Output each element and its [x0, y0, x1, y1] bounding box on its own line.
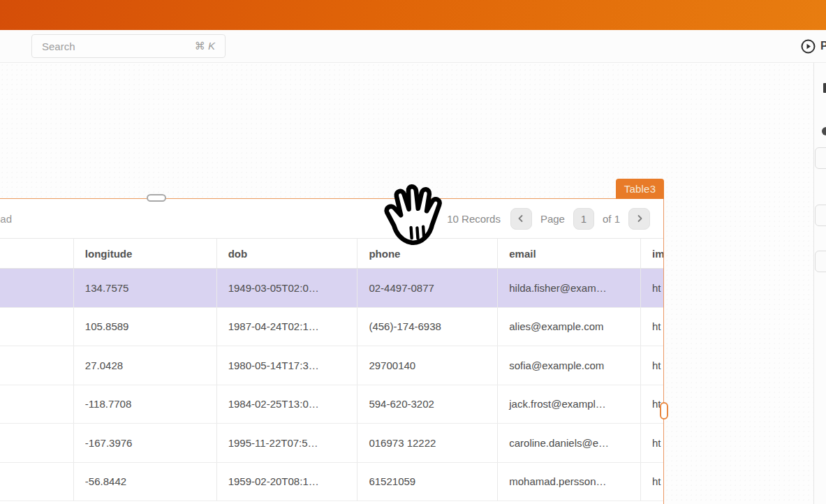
table-row[interactable]: -118.77081984-02-25T13:0…594-620-3202jac…: [0, 385, 663, 424]
table-cell[interactable]: [0, 385, 73, 424]
panel-heading-fragment: [823, 83, 826, 93]
column-header[interactable]: phone: [357, 239, 497, 268]
table-cell[interactable]: 1949-03-05T02:0…: [216, 269, 357, 307]
table-cell[interactable]: alies@example.com: [497, 308, 640, 346]
search-shortcut: ⌘ K: [195, 40, 215, 52]
play-circle-icon: [801, 39, 816, 54]
search-input[interactable]: [42, 40, 195, 52]
table-cell[interactable]: 61521059: [357, 463, 497, 501]
table-widget[interactable]: Table3 oad 10 Records Page of 1 longitud…: [0, 198, 664, 504]
table-cell[interactable]: ht: [640, 463, 663, 501]
table-cell[interactable]: ht: [640, 346, 663, 385]
preview-label-fragment: P: [820, 40, 826, 52]
table-cell[interactable]: [0, 424, 73, 462]
chevron-left-icon: [517, 214, 525, 223]
table-cell[interactable]: ht: [640, 308, 663, 346]
table-cell[interactable]: -167.3976: [73, 424, 216, 462]
table-cell[interactable]: caroline.daniels@e…: [497, 424, 640, 462]
table-row[interactable]: 27.04281980-05-14T17:3…29700140sofia@exa…: [0, 346, 663, 385]
table-cell[interactable]: 1980-05-14T17:3…: [216, 346, 357, 385]
column-header[interactable]: [0, 239, 73, 268]
table-title-fragment: oad: [0, 213, 12, 225]
chevron-right-icon: [635, 214, 644, 223]
pagination: 10 Records Page of 1: [447, 208, 650, 230]
page-label: Page: [540, 213, 565, 225]
table-cell[interactable]: 1984-02-25T13:0…: [216, 385, 357, 424]
table-cell[interactable]: ht: [640, 269, 663, 307]
table-cell[interactable]: 134.7575: [73, 269, 216, 307]
panel-input-fragment[interactable]: [815, 205, 826, 226]
table-cell[interactable]: 1959-02-20T08:1…: [216, 463, 357, 501]
page-of-label: of 1: [603, 213, 620, 225]
column-header[interactable]: email: [497, 239, 640, 268]
table-header-bar: oad 10 Records Page of 1: [0, 199, 663, 238]
table-cell[interactable]: 29700140: [357, 346, 497, 385]
table-cell[interactable]: 02-4497-0877: [357, 269, 497, 307]
table-cell[interactable]: mohamad.persson…: [497, 463, 640, 501]
app-banner: [0, 0, 826, 30]
panel-input-fragment[interactable]: [815, 251, 826, 272]
preview-button[interactable]: P: [801, 34, 826, 59]
panel-input-fragment[interactable]: [815, 147, 826, 169]
table-cell[interactable]: hilda.fisher@exam…: [497, 269, 640, 307]
table-cell[interactable]: ht: [640, 424, 663, 462]
table-cell[interactable]: sofia@example.com: [497, 346, 640, 385]
table-row[interactable]: -56.84421959-02-20T08:1…61521059mohamad.…: [0, 463, 663, 502]
table-cell[interactable]: [0, 463, 73, 501]
table-cell[interactable]: [0, 269, 73, 307]
column-header[interactable]: dob: [216, 239, 357, 268]
table-cell[interactable]: (456)-174-6938: [357, 308, 497, 346]
resize-handle-right[interactable]: [660, 402, 668, 420]
table-cell[interactable]: -56.8442: [73, 463, 216, 501]
widget-name-tab[interactable]: Table3: [616, 179, 664, 199]
table-cell[interactable]: 594-620-3202: [357, 385, 497, 424]
table-row[interactable]: -167.39761995-11-22T07:5…016973 12222car…: [0, 424, 663, 463]
search-box[interactable]: ⌘ K: [31, 34, 226, 58]
table-cell[interactable]: -118.7708: [73, 385, 216, 424]
table-header-row: longitudedobphoneemailimage: [0, 238, 663, 269]
page-number-input[interactable]: [573, 208, 594, 230]
column-header[interactable]: longitude: [73, 239, 216, 268]
table-body: 134.75751949-03-05T02:0…02-4497-0877hild…: [0, 269, 663, 501]
table-row[interactable]: 105.85891987-04-24T02:1…(456)-174-6938al…: [0, 308, 663, 347]
table-cell[interactable]: [0, 346, 73, 385]
table-cell[interactable]: [0, 308, 73, 346]
table-cell[interactable]: jack.frost@exampl…: [497, 385, 640, 424]
record-count: 10 Records: [447, 213, 501, 225]
table-cell[interactable]: 105.8589: [73, 308, 216, 346]
table-cell[interactable]: 1987-04-24T02:1…: [216, 308, 357, 346]
toolbar: ⌘ K P: [0, 30, 826, 63]
table-row[interactable]: 134.75751949-03-05T02:0…02-4497-0877hild…: [0, 269, 663, 308]
prev-page-button[interactable]: [510, 208, 532, 230]
panel-icon-fragment: [822, 127, 826, 135]
column-header[interactable]: image: [640, 239, 663, 268]
table-cell[interactable]: 27.0428: [73, 346, 216, 385]
table-cell[interactable]: 1995-11-22T07:5…: [216, 424, 357, 462]
next-page-button[interactable]: [628, 208, 650, 230]
table-cell[interactable]: 016973 12222: [357, 424, 497, 462]
